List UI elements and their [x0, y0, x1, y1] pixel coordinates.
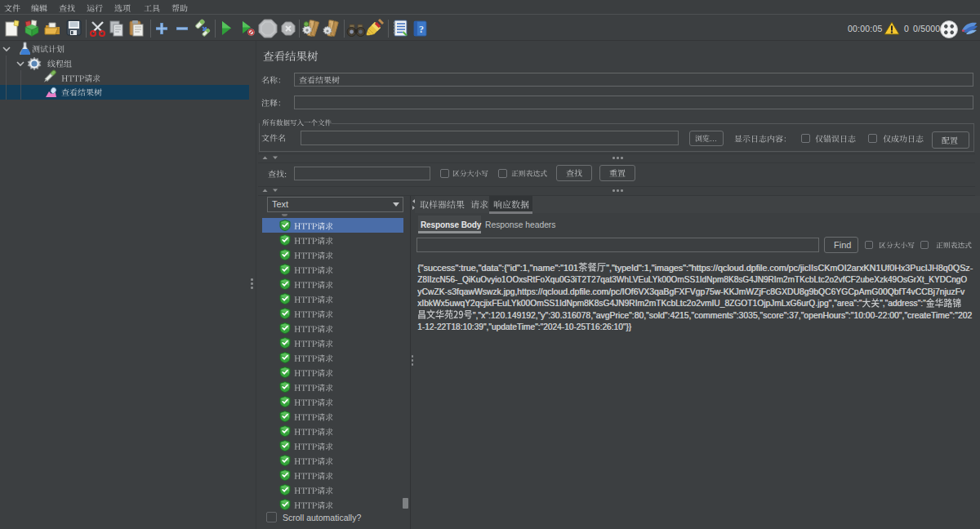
- svg-text:?: ?: [419, 24, 424, 35]
